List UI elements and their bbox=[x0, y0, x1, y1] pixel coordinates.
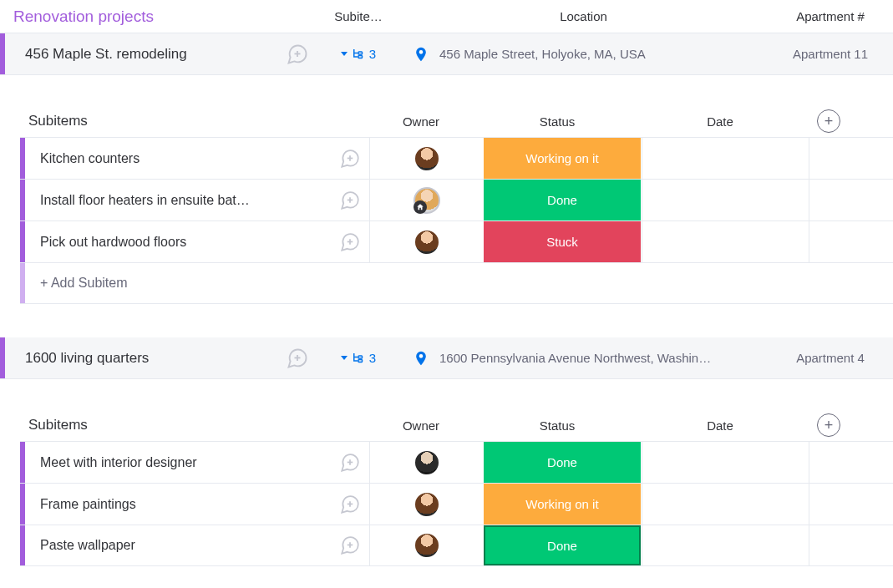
subitems-count: 3 bbox=[369, 351, 376, 365]
apartment-cell[interactable]: Apartment 4 bbox=[768, 351, 893, 365]
subitem-row[interactable]: Paste wallpaper Done bbox=[20, 525, 893, 566]
location-cell[interactable]: 1600 Pennsylvania Avenue Northwest, Wash… bbox=[399, 350, 768, 367]
date-cell[interactable] bbox=[642, 442, 809, 483]
svg-point-4 bbox=[419, 50, 423, 53]
subitems-header: Subitems Owner Status Date + bbox=[20, 409, 893, 441]
column-header-date[interactable]: Date bbox=[637, 418, 804, 433]
owner-cell[interactable] bbox=[369, 138, 483, 179]
home-badge-icon bbox=[414, 200, 427, 214]
add-column-button[interactable]: + bbox=[804, 109, 854, 133]
svg-point-15 bbox=[419, 354, 423, 357]
add-conversation-icon[interactable] bbox=[339, 231, 361, 253]
apartment-cell[interactable]: Apartment 11 bbox=[768, 47, 893, 61]
caret-down-icon bbox=[341, 52, 348, 56]
extra-cell bbox=[809, 221, 859, 262]
avatar bbox=[414, 187, 440, 214]
location-pin-icon bbox=[413, 350, 429, 367]
column-header-date[interactable]: Date bbox=[637, 114, 804, 129]
project-name-text: 1600 living quarters bbox=[25, 350, 149, 367]
project-row[interactable]: 456 Maple St. remodeling 3 456 Maple Str… bbox=[0, 33, 893, 75]
location-text: 1600 Pennsylvania Avenue Northwest, Wash… bbox=[439, 351, 711, 365]
add-conversation-icon[interactable] bbox=[286, 347, 309, 370]
column-header-owner[interactable]: Owner bbox=[364, 114, 478, 129]
subitem-name-cell[interactable]: Frame paintings bbox=[25, 484, 369, 525]
owner-cell[interactable] bbox=[369, 525, 483, 565]
subitem-name-cell[interactable]: Kitchen counters bbox=[25, 138, 369, 179]
group-header: Renovation projects Subite… Location Apa… bbox=[0, 0, 893, 33]
column-header-apartment[interactable]: Apartment # bbox=[768, 9, 893, 23]
owner-cell[interactable] bbox=[369, 180, 483, 220]
owner-cell[interactable] bbox=[369, 442, 483, 483]
project-name-cell[interactable]: 1600 living quarters bbox=[5, 347, 317, 370]
subitem-name-text: Meet with interior designer bbox=[40, 455, 197, 470]
extra-cell bbox=[809, 180, 859, 220]
avatar bbox=[414, 532, 440, 559]
extra-cell bbox=[809, 484, 859, 525]
status-cell[interactable]: Working on it bbox=[483, 484, 642, 525]
avatar bbox=[414, 491, 440, 518]
subitems-title[interactable]: Subitems bbox=[20, 113, 364, 129]
subitems-count-cell[interactable]: 3 bbox=[317, 351, 399, 366]
group-title[interactable]: Renovation projects bbox=[0, 8, 317, 26]
column-header-owner[interactable]: Owner bbox=[364, 418, 478, 433]
subitem-name-text: Frame paintings bbox=[40, 497, 136, 512]
column-header-status[interactable]: Status bbox=[478, 114, 637, 129]
owner-cell[interactable] bbox=[369, 221, 483, 262]
status-cell[interactable]: Done bbox=[483, 442, 642, 483]
extra-cell bbox=[809, 525, 859, 565]
add-conversation-icon[interactable] bbox=[339, 494, 361, 515]
add-conversation-icon[interactable] bbox=[339, 452, 361, 474]
svg-rect-2 bbox=[358, 52, 363, 54]
subitem-row[interactable]: Frame paintings Working on it bbox=[20, 483, 893, 525]
date-cell[interactable] bbox=[642, 138, 809, 179]
svg-rect-14 bbox=[358, 359, 363, 362]
add-conversation-icon[interactable] bbox=[339, 535, 361, 556]
add-conversation-icon[interactable] bbox=[286, 43, 309, 66]
date-cell[interactable] bbox=[642, 221, 809, 262]
caret-down-icon bbox=[341, 356, 348, 360]
project-name-cell[interactable]: 456 Maple St. remodeling bbox=[5, 43, 317, 66]
extra-cell bbox=[809, 138, 859, 179]
subitem-name-cell[interactable]: Paste wallpaper bbox=[25, 525, 369, 565]
date-cell[interactable] bbox=[642, 484, 809, 525]
avatar bbox=[414, 145, 440, 172]
add-conversation-icon[interactable] bbox=[339, 148, 361, 170]
avatar bbox=[414, 229, 440, 256]
add-column-button[interactable]: + bbox=[804, 413, 854, 437]
date-cell[interactable] bbox=[642, 180, 809, 220]
extra-cell bbox=[809, 442, 859, 483]
status-cell[interactable]: Done bbox=[483, 525, 642, 565]
subitem-name-cell[interactable]: Install floor heaters in ensuite bat… bbox=[25, 180, 369, 220]
column-header-status[interactable]: Status bbox=[478, 418, 637, 433]
status-cell[interactable]: Stuck bbox=[483, 221, 642, 262]
subitem-row[interactable]: Kitchen counters Working on it bbox=[20, 137, 893, 179]
subitem-name-text: Paste wallpaper bbox=[40, 538, 135, 553]
location-pin-icon bbox=[413, 46, 429, 63]
subitems-title[interactable]: Subitems bbox=[20, 417, 364, 433]
subitem-name-cell[interactable]: Meet with interior designer bbox=[25, 442, 369, 483]
status-cell[interactable]: Done bbox=[483, 180, 642, 220]
column-header-location[interactable]: Location bbox=[399, 9, 768, 23]
date-cell[interactable] bbox=[642, 525, 809, 565]
subitem-name-text: Kitchen counters bbox=[40, 151, 140, 166]
avatar bbox=[414, 449, 440, 476]
status-cell[interactable]: Working on it bbox=[483, 138, 642, 179]
column-header-subitems[interactable]: Subite… bbox=[317, 9, 399, 23]
owner-cell[interactable] bbox=[369, 484, 483, 525]
subitem-name-text: Install floor heaters in ensuite bat… bbox=[40, 193, 250, 208]
svg-rect-13 bbox=[358, 356, 363, 358]
add-subitem-button[interactable]: + Add Subitem bbox=[20, 262, 893, 304]
subitem-row[interactable]: Meet with interior designer Done bbox=[20, 441, 893, 483]
subitems-count-cell[interactable]: 3 bbox=[317, 47, 399, 62]
plus-icon: + bbox=[817, 413, 840, 437]
project-row[interactable]: 1600 living quarters 3 1600 Pennsylvania… bbox=[0, 337, 893, 379]
subitems-header: Subitems Owner Status Date + bbox=[20, 105, 893, 137]
subitems-count: 3 bbox=[369, 47, 376, 61]
subitem-name-cell[interactable]: Pick out hardwood floors bbox=[25, 221, 369, 262]
subitem-row[interactable]: Install floor heaters in ensuite bat… Do… bbox=[20, 179, 893, 220]
subitems-tree-icon bbox=[351, 47, 366, 62]
subitem-row[interactable]: Pick out hardwood floors Stuck bbox=[20, 220, 893, 262]
add-conversation-icon[interactable] bbox=[339, 190, 361, 211]
add-subitem-label: + Add Subitem bbox=[25, 276, 128, 291]
location-cell[interactable]: 456 Maple Street, Holyoke, MA, USA bbox=[399, 46, 768, 63]
